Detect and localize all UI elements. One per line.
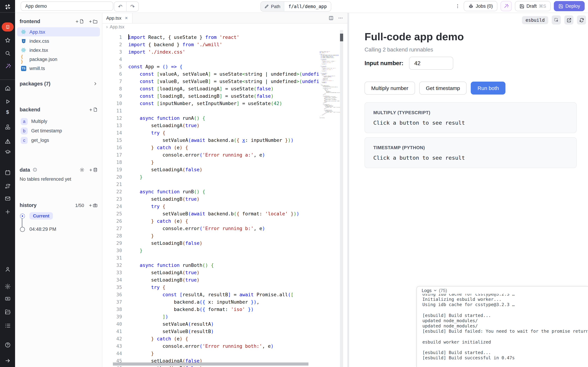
line-number: 25 bbox=[102, 210, 122, 217]
refresh-button[interactable] bbox=[577, 15, 586, 25]
add-table-button[interactable]: + bbox=[89, 167, 98, 173]
home-icon[interactable] bbox=[4, 85, 11, 92]
jobs-button[interactable]: Jobs (0) bbox=[464, 1, 497, 11]
code-area[interactable]: 1import React, { useState } from 'react'… bbox=[102, 30, 347, 367]
inspect-select-button[interactable] bbox=[552, 15, 561, 25]
file-name: index.tsx bbox=[29, 47, 48, 53]
vertical-scrollbar-thumb[interactable] bbox=[340, 34, 343, 41]
chevron-right-icon[interactable] bbox=[93, 81, 98, 86]
expand-icon[interactable] bbox=[5, 358, 10, 364]
ts-file-icon: TS bbox=[21, 66, 26, 71]
redo-button[interactable]: ↷ bbox=[126, 2, 138, 11]
data-settings-button[interactable] bbox=[80, 167, 85, 172]
cost-icon[interactable]: $ bbox=[6, 109, 9, 115]
help-icon[interactable] bbox=[4, 342, 11, 348]
result-card: MULTIPLY (TYPESCRIPT)Click a button to s… bbox=[365, 102, 577, 133]
multiply-number-button[interactable]: Multiply number bbox=[365, 82, 415, 95]
chevron-down-icon[interactable] bbox=[433, 289, 437, 292]
open-external-button[interactable] bbox=[564, 15, 573, 25]
learn-icon[interactable] bbox=[4, 149, 11, 155]
snapshot-button[interactable]: + bbox=[89, 202, 98, 208]
file-row-index-tsx[interactable]: index.tsx bbox=[17, 46, 100, 55]
line-number: 30 bbox=[102, 247, 122, 254]
magic-wand-icon bbox=[503, 3, 509, 9]
input-number-label: Input number: bbox=[365, 60, 403, 67]
vertical-scrollbar-track[interactable] bbox=[340, 30, 343, 367]
code-line: 25 setValueB(await backend.b({ format: '… bbox=[102, 210, 319, 217]
line-number: 10 bbox=[102, 100, 122, 107]
more-menu-button[interactable] bbox=[454, 3, 460, 9]
schedules-icon[interactable] bbox=[4, 169, 11, 176]
input-number-field[interactable] bbox=[409, 57, 453, 70]
breadcrumb-file[interactable]: App.tsx bbox=[110, 24, 124, 29]
file-row-wmill-ts[interactable]: TSwmill.ts bbox=[17, 64, 100, 73]
windmill-logo-icon[interactable] bbox=[3, 3, 12, 11]
draft-shortcut: ⌘S bbox=[539, 3, 546, 9]
flows-icon[interactable] bbox=[4, 183, 11, 190]
workspace-icon[interactable] bbox=[1, 22, 14, 32]
ai-assistant-icon[interactable] bbox=[4, 63, 11, 69]
runnable-row-a[interactable]: aMultiply bbox=[17, 117, 100, 126]
line-number: 14 bbox=[102, 129, 122, 137]
editor-more-icon[interactable] bbox=[338, 15, 343, 20]
frontend-section-header: frontend + + bbox=[20, 17, 98, 25]
split-editor-icon[interactable] bbox=[328, 15, 334, 20]
jobs-label: Jobs (0) bbox=[476, 3, 493, 9]
close-tab-icon[interactable]: × bbox=[125, 15, 128, 21]
log-line: [esbuild] Build started... bbox=[422, 350, 588, 355]
add-folder-button[interactable]: + bbox=[89, 18, 98, 24]
horizontal-scrollbar[interactable] bbox=[113, 362, 308, 366]
runnable-row-b[interactable]: bGet timestamp bbox=[17, 126, 100, 135]
database-icon bbox=[93, 167, 98, 172]
code-editor-panel: App.tsx × › App.tsx 1import React, { use… bbox=[102, 13, 347, 367]
resources-icon[interactable] bbox=[4, 124, 11, 130]
get-timestamp-button[interactable]: Get timestamp bbox=[419, 82, 467, 95]
tab-app-tsx[interactable]: App.tsx × bbox=[102, 13, 132, 23]
triggers-icon[interactable] bbox=[4, 195, 11, 202]
deploy-button[interactable]: Deploy bbox=[554, 1, 585, 11]
logs-output[interactable]: Using idb cache for csstype@3.2.3 …Initi… bbox=[422, 294, 588, 367]
add-icon[interactable] bbox=[4, 209, 11, 215]
search-icon[interactable] bbox=[4, 50, 11, 56]
path-control[interactable]: Path f/all/demo_app bbox=[260, 1, 332, 12]
code-line: 8 const [loadingA, setLoadingA] = useSta… bbox=[102, 85, 319, 92]
history-timeline-line bbox=[22, 218, 22, 227]
undo-button[interactable]: ↶ bbox=[114, 2, 126, 11]
code-line: 41 setValueB(resultB) bbox=[102, 328, 319, 335]
tab-label: App.tsx bbox=[106, 15, 121, 20]
workers-icon[interactable] bbox=[4, 296, 11, 302]
settings-icon[interactable] bbox=[4, 283, 11, 290]
draft-button[interactable]: Draft ⌘S bbox=[515, 1, 551, 11]
history-current-node[interactable] bbox=[20, 214, 25, 218]
panel-divider[interactable] bbox=[347, 13, 349, 367]
line-number: 37 bbox=[102, 298, 122, 306]
variables-icon[interactable] bbox=[4, 138, 11, 145]
history-snapshot-node[interactable] bbox=[20, 227, 25, 232]
line-number: 29 bbox=[102, 240, 122, 247]
add-file-button[interactable]: + bbox=[76, 18, 84, 24]
backend-runnable-list: aMultiplybGet timestampcget_logs bbox=[17, 117, 100, 145]
logs-title[interactable]: Logs bbox=[422, 288, 432, 293]
runs-icon[interactable] bbox=[4, 98, 11, 105]
app-name-input[interactable] bbox=[21, 1, 113, 11]
audit-logs-icon[interactable] bbox=[4, 323, 11, 329]
minimap[interactable]: import React, { useState } from 'react'i… bbox=[319, 51, 340, 367]
runnable-row-c[interactable]: cget_logs bbox=[17, 135, 100, 145]
path-value[interactable]: f/all/demo_app bbox=[284, 2, 331, 11]
favorites-icon[interactable] bbox=[4, 37, 11, 43]
file-row-app-tsx[interactable]: App.tsx bbox=[17, 27, 100, 36]
ai-wand-button[interactable] bbox=[501, 1, 512, 11]
line-number: 23 bbox=[102, 195, 122, 203]
folders-icon[interactable] bbox=[4, 309, 11, 315]
add-runnable-button[interactable]: + bbox=[89, 107, 98, 112]
code-line: 17 console.error('Error running a:', e) bbox=[102, 151, 319, 159]
user-icon[interactable] bbox=[4, 266, 11, 272]
line-number: 42 bbox=[102, 335, 122, 342]
run-both-button[interactable]: Run both bbox=[471, 82, 506, 95]
line-number: 26 bbox=[102, 217, 122, 225]
runnable-name: Get timestamp bbox=[31, 128, 62, 133]
packages-section-header[interactable]: packages (7) bbox=[20, 80, 98, 88]
history-current-chip[interactable]: Current bbox=[29, 212, 53, 220]
file-row-package-json[interactable]: { }package.json bbox=[17, 55, 100, 64]
file-row-index-css[interactable]: 3index.css bbox=[17, 36, 100, 46]
